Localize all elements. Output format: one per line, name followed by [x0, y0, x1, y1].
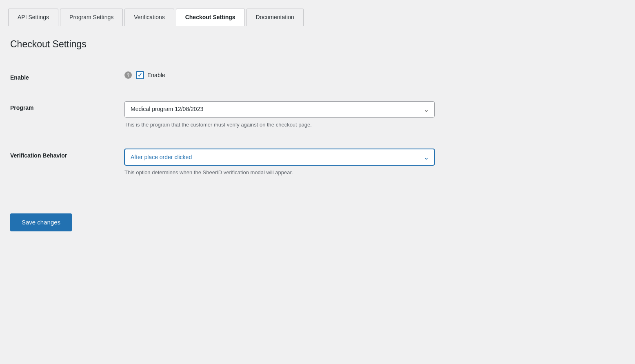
- verification-behavior-description: This option determines when the SheerID …: [124, 169, 293, 177]
- enable-help-icon[interactable]: ?: [124, 71, 132, 79]
- save-button[interactable]: Save changes: [10, 213, 72, 231]
- enable-checkbox[interactable]: ✓: [136, 71, 144, 79]
- tab-verifications[interactable]: Verifications: [124, 9, 174, 26]
- verification-behavior-select[interactable]: After place order clicked: [124, 149, 435, 165]
- verification-behavior-select-wrapper: After place order clicked ⌄: [124, 149, 435, 165]
- program-row: Program Medical program 12/08/2023 ⌄ Thi…: [10, 93, 625, 137]
- tab-program-settings[interactable]: Program Settings: [60, 9, 123, 26]
- tab-documentation[interactable]: Documentation: [246, 9, 304, 26]
- program-select[interactable]: Medical program 12/08/2023: [124, 101, 435, 118]
- content-area: Checkout Settings Enable ? ✓ Enable Prog…: [0, 26, 635, 201]
- save-button-area: Save changes: [0, 201, 635, 240]
- verification-behavior-label: Verification Behavior: [10, 149, 124, 159]
- enable-field-content: ? ✓ Enable: [124, 71, 625, 79]
- checkmark-icon: ✓: [138, 72, 142, 78]
- enable-checkbox-label: Enable: [147, 72, 165, 78]
- enable-row: Enable ? ✓ Enable: [10, 63, 625, 89]
- program-select-wrapper: Medical program 12/08/2023 ⌄: [124, 101, 435, 118]
- tabs-container: API Settings Program Settings Verificati…: [0, 0, 635, 26]
- tab-checkout-settings[interactable]: Checkout Settings: [176, 9, 245, 26]
- page-title: Checkout Settings: [10, 38, 625, 51]
- program-description: This is the program that the customer mu…: [124, 121, 312, 129]
- verification-behavior-row: Verification Behavior After place order …: [10, 141, 625, 185]
- program-label: Program: [10, 101, 124, 111]
- verification-behavior-field-content: After place order clicked ⌄ This option …: [124, 149, 625, 177]
- page-wrapper: API Settings Program Settings Verificati…: [0, 0, 635, 240]
- enable-checkbox-wrapper[interactable]: ✓ Enable: [136, 71, 165, 79]
- enable-label: Enable: [10, 71, 124, 81]
- program-field-content: Medical program 12/08/2023 ⌄ This is the…: [124, 101, 625, 129]
- tab-api-settings[interactable]: API Settings: [8, 9, 58, 26]
- enable-inline-group: ? ✓ Enable: [124, 71, 165, 79]
